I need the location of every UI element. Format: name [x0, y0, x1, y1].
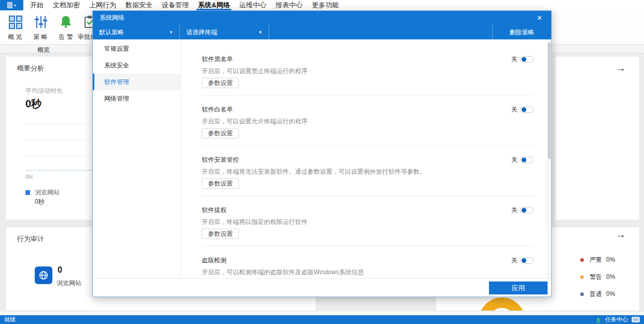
sidebar-item-general[interactable]: 常规设置 — [93, 40, 180, 57]
menu-item-system-network[interactable]: 系统&网络 — [193, 0, 234, 10]
app-logo-icon — [7, 2, 12, 8]
alert-name: 警告 — [590, 273, 602, 281]
bell-icon — [54, 13, 78, 30]
monitor-icon[interactable] — [632, 317, 640, 322]
legend-swatch — [25, 190, 30, 195]
setting-title: 软件安装管控 — [202, 156, 239, 164]
dialog-title: 系统网络 — [100, 13, 124, 22]
menu-item-start[interactable]: 开始 — [25, 0, 48, 10]
menu-item-report-center[interactable]: 报表中心 — [271, 0, 307, 10]
legend-label: 浏览网站 — [35, 188, 60, 197]
param-settings-button[interactable]: 参数设置 — [202, 178, 239, 189]
scrollbar-thumb[interactable] — [548, 43, 551, 159]
sidebar-item-software-mgmt[interactable]: 软件管理 — [93, 74, 180, 90]
setting-row-privilege: 软件提权 关 开启后，终端将以指定的权限运行软件 参数设置 — [202, 196, 534, 246]
menu-item-web-behavior[interactable]: 上网行为 — [85, 0, 121, 10]
tool-overview[interactable]: 概 览 — [3, 13, 27, 41]
warning-dot-icon — [580, 275, 584, 279]
normal-dot-icon — [580, 292, 584, 296]
legend-value: 0秒 — [35, 198, 45, 206]
alerts-donut-chart — [479, 298, 525, 311]
alert-value: 0% — [606, 290, 615, 298]
settings-list: 软件黑名单 关 开启后，可以设置禁止终端运行的程序 参数设置 软件白名单 关 — [181, 39, 551, 279]
alert-row-normal: 普通 0% — [580, 290, 615, 298]
setting-row-whitelist: 软件白名单 关 开启后，可以设置允许终端运行的程序 参数设置 — [202, 95, 534, 146]
apply-button[interactable]: 应用 — [489, 281, 548, 294]
close-icon[interactable]: ✕ — [535, 14, 544, 22]
sidebar-item-network-mgmt[interactable]: 网络管理 — [93, 90, 180, 107]
chart-axis-label: 0H — [25, 174, 33, 180]
tab-overview[interactable]: 概览 — [37, 46, 50, 54]
menu-items: 开始 文档加密 上网行为 数据安全 设备管理 系统&网络 运维中心 报表中心 更… — [25, 0, 343, 10]
critical-dot-icon — [580, 258, 584, 262]
toggle-switch[interactable] — [520, 56, 534, 63]
dialog-filter-bar: 默认策略 ▼ 请选择终端 ▼ 删除策略 — [93, 25, 551, 39]
dialog-title-bar: 系统网络 ✕ — [93, 11, 551, 25]
toggle-state-label: 关 — [511, 55, 517, 64]
terminal-select[interactable]: 请选择终端 ▼ — [180, 25, 269, 39]
task-center-link[interactable]: 任务中心 — [605, 316, 628, 323]
setting-title: 软件黑名单 — [202, 55, 233, 64]
tool-policy[interactable]: 策 略 — [29, 13, 52, 41]
alert-name: 严重 — [590, 256, 602, 264]
param-settings-button[interactable]: 参数设置 — [202, 78, 239, 88]
status-ready-text: 就绪 — [4, 316, 16, 323]
filter-spacer — [269, 25, 492, 39]
audit-panel-title: 行为审计 — [17, 234, 44, 244]
tool-overview-label: 概 览 — [3, 33, 27, 41]
summary-panel-title: 概要分析 — [17, 64, 44, 73]
setting-row-piracy-detect: 盗版检测 关 开启后，可以检测终端的盗版软件及盗版Windows系统信息 — [202, 246, 534, 279]
grid-icon — [3, 13, 27, 30]
dialog-body: 常规设置 系统安全 软件管理 网络管理 软件黑名单 关 开启后，可以设置禁止终端… — [93, 39, 551, 279]
alert-value: 0% — [606, 273, 615, 280]
menu-item-data-security[interactable]: 数据安全 — [121, 0, 157, 10]
toggle-knob — [522, 57, 526, 62]
policy-select[interactable]: 默认策略 ▼ — [93, 25, 180, 39]
tool-policy-label: 策 略 — [29, 33, 52, 41]
tool-alert[interactable]: 告 警 — [54, 13, 78, 41]
dialog-sidebar: 常规设置 系统安全 软件管理 网络管理 — [93, 39, 181, 279]
setting-row-install-control: 软件安装管控 关 开启后，终端将无法安装新软件。通过参数设置，可以设置例外放行软… — [202, 146, 534, 196]
bottom-strip — [0, 312, 644, 315]
menu-bar: ▾ 开始 文档加密 上网行为 数据安全 设备管理 系统&网络 运维中心 报表中心… — [0, 0, 644, 10]
app-menu-button[interactable]: ▾ — [0, 0, 23, 10]
menu-item-device-mgmt[interactable]: 设备管理 — [157, 0, 193, 10]
system-network-dialog: 系统网络 ✕ 默认策略 ▼ 请选择终端 ▼ 删除策略 常规设置 系统安全 软件管… — [92, 10, 552, 297]
toggle-state-label: 关 — [511, 256, 517, 265]
alert-row-critical: 严重 0% — [580, 256, 615, 263]
sidebar-item-system-security[interactable]: 系统安全 — [93, 57, 180, 74]
arrow-right-icon[interactable]: → — [615, 229, 626, 240]
download-icon[interactable] — [595, 317, 601, 323]
chart-legend: 浏览网站 — [25, 188, 60, 197]
sliders-icon — [29, 13, 52, 30]
toggle-state-label: 关 — [511, 105, 517, 114]
toggle-switch[interactable] — [520, 257, 534, 264]
toggle-knob — [522, 158, 526, 162]
status-bar: 就绪 任务中心 — [0, 315, 644, 324]
alert-row-warning: 警告 0% — [580, 273, 615, 280]
toggle-knob — [522, 107, 526, 112]
delete-policy-button[interactable]: 删除策略 — [492, 25, 551, 39]
alert-name: 普通 — [590, 290, 602, 299]
menu-item-more[interactable]: 更多功能 — [307, 0, 343, 10]
toggle-switch[interactable] — [520, 106, 534, 113]
toggle-switch[interactable] — [520, 157, 534, 163]
menu-item-ops-center[interactable]: 运维中心 — [234, 0, 271, 10]
alert-value: 0% — [606, 256, 615, 263]
toggle-switch[interactable] — [520, 207, 534, 214]
arrow-right-icon[interactable]: → — [615, 63, 626, 73]
audit-label: 浏览网站 — [57, 279, 81, 288]
param-settings-button[interactable]: 参数设置 — [202, 128, 239, 138]
avg-duration-value: 0秒 — [25, 97, 41, 111]
policy-select-value: 默认策略 — [99, 28, 124, 37]
dialog-scrollbar[interactable] — [547, 39, 551, 279]
caret-down-icon: ▼ — [169, 30, 173, 35]
menu-item-doc-encrypt[interactable]: 文档加密 — [48, 0, 85, 10]
audit-count: 0 — [58, 265, 62, 275]
setting-row-blacklist: 软件黑名单 关 开启后，可以设置禁止终端运行的程序 参数设置 — [202, 55, 534, 95]
toggle-knob — [522, 258, 526, 263]
setting-title: 盗版检测 — [202, 256, 227, 265]
globe-icon — [35, 266, 52, 284]
dialog-footer: 应用 — [93, 278, 551, 297]
param-settings-button[interactable]: 参数设置 — [202, 229, 239, 239]
